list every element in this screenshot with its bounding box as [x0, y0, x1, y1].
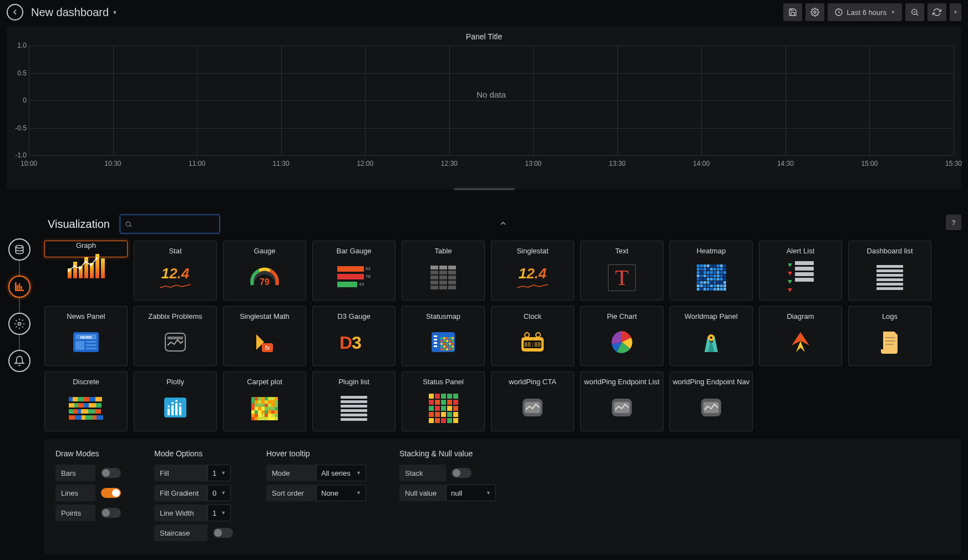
viz-search[interactable]	[120, 215, 220, 233]
nav-general[interactable]	[8, 313, 31, 335]
viz-label: Logs	[882, 312, 898, 320]
viz-diagram[interactable]: Diagram	[759, 306, 842, 366]
staircase-toggle[interactable]	[213, 528, 233, 538]
svg-point-34	[525, 333, 529, 337]
viz-stat[interactable]: Stat12.4	[134, 241, 217, 301]
bars-toggle[interactable]	[101, 468, 121, 478]
hovermode-select[interactable]: All series▼	[316, 465, 366, 481]
svg-text:3: 3	[352, 333, 362, 353]
wpen-icon	[673, 390, 749, 426]
viz-plugin[interactable]: Plugin list	[312, 371, 396, 431]
viz-wpel[interactable]: worldPing Endpoint List	[580, 371, 663, 431]
svg-text:fx: fx	[265, 344, 270, 351]
d3gauge-icon: D3	[316, 325, 392, 361]
zabbix-icon	[138, 325, 213, 361]
viz-label: Pie Chart	[607, 312, 637, 320]
svg-rect-40	[885, 344, 893, 345]
viz-clock[interactable]: Clock88:88	[491, 306, 574, 366]
wpcta-icon	[495, 390, 570, 426]
svg-point-0	[814, 11, 816, 13]
points-toggle[interactable]	[101, 508, 121, 518]
resize-handle[interactable]	[454, 188, 515, 190]
viz-discrete[interactable]: Discrete	[44, 371, 128, 431]
panel-title[interactable]: Panel Title	[14, 32, 954, 41]
fill-select[interactable]: 1▼	[207, 465, 231, 481]
viz-gauge[interactable]: Gauge79	[223, 241, 306, 301]
y-tick: 0.5	[13, 69, 27, 77]
logs-icon	[852, 325, 928, 361]
bargauge-icon: 627843	[316, 259, 392, 296]
viz-carpet[interactable]: Carpet plot	[223, 371, 306, 431]
x-tick: 15:30	[945, 160, 962, 167]
worldmap-icon	[673, 325, 749, 361]
sortorder-select[interactable]: None▼	[316, 485, 366, 501]
settings-button[interactable]	[805, 3, 824, 21]
time-range-button[interactable]: Last 6 hours ▼	[828, 3, 902, 21]
svg-rect-30	[434, 345, 437, 347]
svg-point-48	[175, 400, 178, 402]
fillgrad-select[interactable]: 0▼	[207, 485, 231, 501]
save-button[interactable]	[783, 3, 802, 21]
nullvalue-select[interactable]: null▼	[446, 485, 496, 501]
viz-text[interactable]: TextT	[580, 241, 663, 301]
linewidth-label: Line Width	[154, 505, 207, 521]
viz-heatmap[interactable]: Heatmap	[670, 241, 753, 301]
viz-news[interactable]: News PanelNEWS	[44, 306, 128, 366]
viz-bargauge[interactable]: Bar Gauge627843	[312, 241, 396, 301]
plotly-icon	[138, 390, 213, 426]
dashboard-title-text: New dashboard	[31, 6, 109, 19]
svg-rect-38	[885, 337, 895, 338]
viz-ssmath[interactable]: Singlestat Mathfx	[223, 306, 306, 366]
staircase-label: Staircase	[154, 525, 207, 541]
viz-search-input[interactable]	[135, 220, 215, 228]
refresh-interval-button[interactable]: ▼	[950, 3, 961, 21]
nav-alert[interactable]	[8, 350, 31, 372]
chart-area[interactable]: 1.00.50-0.5-1.010:0010:3011:0011:3012:00…	[29, 45, 954, 167]
viz-statuspanel[interactable]: Status Panel	[402, 371, 485, 431]
viz-dashlist[interactable]: Dashboard list	[848, 241, 931, 301]
diagram-icon	[763, 325, 838, 361]
viz-label: Stat	[169, 247, 181, 255]
clock-icon: 88:88	[495, 325, 570, 361]
back-button[interactable]	[7, 4, 23, 21]
y-tick: -0.5	[13, 124, 27, 132]
viz-wpcta[interactable]: worldPing CTA	[491, 371, 574, 431]
lines-toggle[interactable]	[101, 488, 121, 498]
svg-rect-18	[86, 344, 97, 346]
svg-point-46	[168, 405, 170, 408]
refresh-button[interactable]	[928, 3, 946, 21]
viz-plotly[interactable]: Plotly	[134, 371, 217, 431]
stack-title: Stacking & Null value	[399, 449, 496, 458]
news-icon: NEWS	[48, 325, 124, 361]
stack-toggle[interactable]	[452, 468, 472, 478]
help-button[interactable]: ?	[946, 215, 961, 230]
fillgrad-label: Fill Gradient	[154, 485, 207, 501]
viz-statusmap[interactable]: Statusmap	[402, 306, 485, 366]
time-range-label: Last 6 hours	[847, 8, 887, 17]
viz-zabbix[interactable]: Zabbix Problems	[134, 306, 217, 366]
linewidth-select[interactable]: 1▼	[207, 505, 231, 521]
x-tick: 13:30	[609, 160, 626, 167]
nav-visualization[interactable]	[8, 276, 31, 298]
viz-graph[interactable]: Graph	[44, 241, 128, 257]
viz-table[interactable]: Table	[402, 241, 485, 301]
dashboard-title[interactable]: New dashboard ▼	[31, 6, 118, 19]
viz-worldmap[interactable]: Worldmap Panel	[670, 306, 753, 366]
svg-rect-43	[171, 405, 174, 415]
viz-d3gauge[interactable]: D3 GaugeD3	[312, 306, 396, 366]
svg-rect-44	[175, 403, 178, 415]
viz-alertlist[interactable]: Alert List	[759, 241, 842, 301]
x-tick: 15:00	[861, 160, 878, 167]
viz-wpen[interactable]: worldPing Endpoint Nav	[670, 371, 753, 431]
statuspanel-icon	[406, 390, 481, 426]
text-icon: T	[584, 259, 660, 296]
collapse-button[interactable]	[499, 219, 508, 230]
x-tick: 14:00	[693, 160, 709, 167]
sortorder-label: Sort order	[266, 485, 316, 501]
viz-logs[interactable]: Logs	[848, 306, 931, 366]
nav-queries[interactable]	[8, 238, 31, 261]
viz-pie[interactable]: Pie Chart	[580, 306, 663, 366]
viz-singlestat[interactable]: Singlestat12.4	[491, 241, 574, 301]
zoom-out-button[interactable]	[905, 3, 924, 21]
y-tick: 0	[13, 96, 27, 104]
